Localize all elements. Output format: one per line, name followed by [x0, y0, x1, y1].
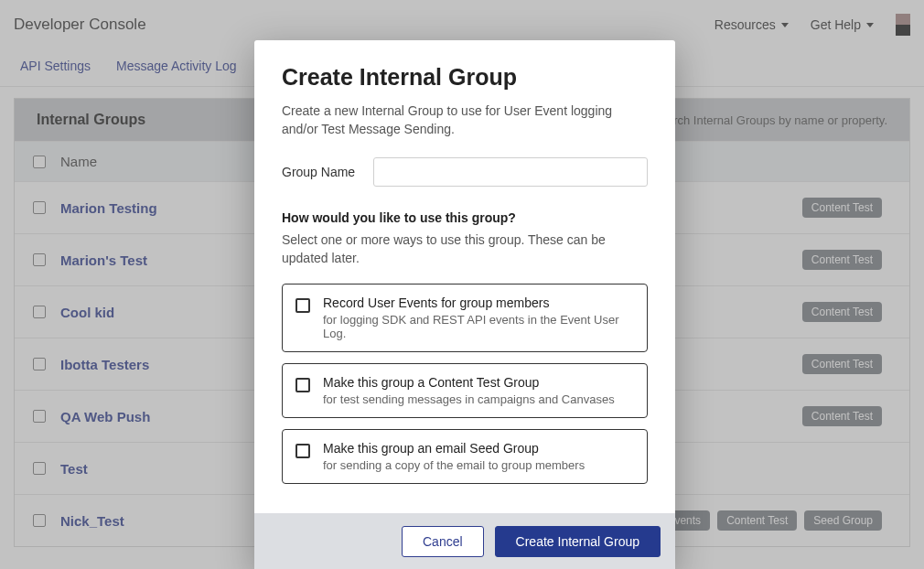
- option-desc: for logging SDK and REST API events in t…: [323, 313, 632, 340]
- row-tags: Content Test: [802, 302, 900, 322]
- modal-title: Create Internal Group: [282, 64, 648, 91]
- get-help-menu[interactable]: Get Help: [811, 17, 874, 32]
- option-desc: for sending a copy of the email to group…: [323, 458, 585, 472]
- row-checkbox[interactable]: [33, 253, 46, 266]
- tag: Content Test: [802, 302, 882, 322]
- tag: Content Test: [802, 354, 882, 374]
- option-checkbox[interactable]: [295, 378, 310, 392]
- row-tags: Content Test: [802, 406, 900, 426]
- create-internal-group-button[interactable]: Create Internal Group: [495, 526, 661, 557]
- tag: Content Test: [802, 406, 882, 426]
- row-tags: Content Test: [802, 250, 900, 270]
- row-checkbox[interactable]: [33, 410, 46, 423]
- tab-message-activity-log[interactable]: Message Activity Log: [116, 59, 237, 73]
- row-checkbox[interactable]: [33, 306, 46, 318]
- option-title: Make this group a Content Test Group: [323, 375, 615, 390]
- tag: Seed Group: [804, 510, 882, 531]
- row-tags: Content Test: [802, 198, 900, 218]
- row-checkbox[interactable]: [33, 462, 46, 475]
- get-help-label: Get Help: [811, 17, 861, 32]
- tag: Content Test: [802, 250, 882, 270]
- resources-label: Resources: [714, 17, 776, 32]
- cancel-button[interactable]: Cancel: [402, 526, 484, 557]
- search-input[interactable]: Search Internal Groups by name or proper…: [652, 113, 887, 127]
- row-checkbox[interactable]: [33, 358, 46, 370]
- app-title: Developer Console: [14, 16, 146, 34]
- topbar-right: Resources Get Help: [714, 14, 910, 36]
- avatar[interactable]: [896, 14, 910, 36]
- chevron-down-icon: [866, 23, 874, 27]
- chevron-down-icon: [781, 23, 789, 27]
- option-checkbox[interactable]: [295, 444, 310, 458]
- select-all-checkbox[interactable]: [33, 156, 46, 168]
- modal-footer: Cancel Create Internal Group: [254, 513, 675, 569]
- tab-api-settings[interactable]: API Settings: [20, 59, 91, 73]
- option-checkbox[interactable]: [295, 298, 310, 313]
- option-desc: for test sending messages in campaigns a…: [323, 392, 615, 406]
- modal-subtitle: Create a new Internal Group to use for U…: [282, 102, 648, 139]
- usage-question: How would you like to use this group?: [282, 210, 648, 225]
- row-checkbox[interactable]: [33, 514, 46, 527]
- tag: Content Test: [717, 510, 797, 531]
- usage-option[interactable]: Make this group a Content Test Groupfor …: [282, 363, 648, 418]
- row-tags: Content Test: [802, 354, 900, 374]
- resources-menu[interactable]: Resources: [714, 17, 789, 32]
- option-title: Make this group an email Seed Group: [323, 441, 585, 456]
- group-name-label: Group Name: [282, 165, 355, 179]
- row-checkbox[interactable]: [33, 201, 46, 214]
- tag: Content Test: [802, 198, 882, 218]
- group-name-input[interactable]: [373, 157, 648, 187]
- usage-option[interactable]: Make this group an email Seed Groupfor s…: [282, 429, 648, 484]
- panel-title: Internal Groups: [37, 112, 145, 128]
- usage-option[interactable]: Record User Events for group membersfor …: [282, 284, 648, 352]
- usage-question-sub: Select one or more ways to use this grou…: [282, 231, 648, 268]
- option-title: Record User Events for group members: [323, 295, 632, 310]
- create-internal-group-modal: Create Internal Group Create a new Inter…: [254, 40, 675, 569]
